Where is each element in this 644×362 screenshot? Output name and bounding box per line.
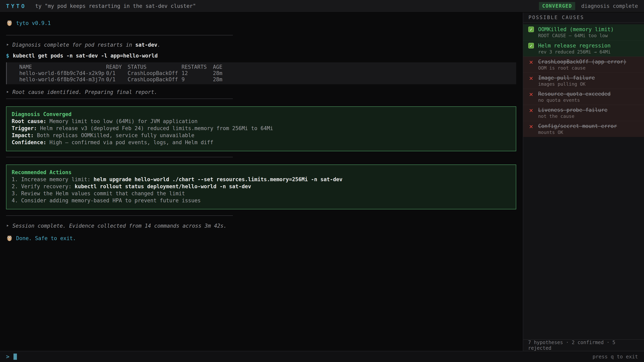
field-label: Confidence: (12, 139, 46, 145)
divider (6, 98, 233, 99)
hypothesis-item-rejected[interactable]: ✕ Config/secret mount errormounts OK (523, 121, 644, 137)
pod-table-row: hello-world-6f8b9c7d4-x2k9p 0/1 CrashLoo… (19, 70, 516, 76)
hypothesis-item-confirmed[interactable]: ✓ OOMKilled (memory limit)ROOT CAUSE — 6… (523, 24, 644, 40)
bullet-icon: ‣ (6, 42, 9, 48)
hypothesis-detail: OOM is root cause (538, 65, 626, 71)
field-value: High — confirmed via pod events, logs, a… (46, 139, 213, 145)
divider (6, 215, 233, 216)
hypothesis-label: Resource quota exceeded (538, 90, 610, 97)
owl-icon (6, 20, 13, 26)
col-ready: READY (106, 64, 128, 70)
diagnosis-field: Root cause: Memory limit too low (64Mi) … (12, 118, 510, 125)
pod-table-row: hello-world-6f8b9c7d4-m3j7n 0/1 CrashLoo… (19, 76, 516, 83)
session-note: ‣Session complete. Evidence collected fr… (6, 222, 516, 229)
invocation-command: ty "my pod keeps restarting in the sat-d… (35, 3, 196, 9)
input-bar[interactable]: > press q to exit (0, 351, 644, 362)
cross-icon: ✕ (528, 74, 534, 87)
pod-age: 28m (213, 70, 516, 76)
pod-ready: 0/1 (106, 76, 128, 83)
diagnosis-converged-box: Diagnosis Converged Root cause: Memory l… (6, 106, 516, 151)
hypothesis-detail: no quota events (538, 97, 610, 103)
bullet-icon: ‣ (6, 89, 9, 95)
converged-status-badge: CONVERGED (539, 2, 575, 10)
sidebar-spacer (523, 137, 644, 339)
field-label: Impact: (12, 132, 34, 138)
cross-icon: ✕ (528, 58, 534, 71)
diagnosis-box-title: Diagnosis Converged (12, 111, 510, 118)
col-name: NAME (19, 64, 106, 70)
cross-icon: ✕ (528, 90, 534, 103)
terminal-transcript: tyto v0.9.1 ‣Diagnosis complete for pod … (0, 12, 523, 351)
diagnosis-status-text: diagnosis complete (581, 3, 638, 9)
root-cause-note: ‣Root cause identified. Preparing final … (6, 89, 516, 95)
field-label: Root cause: (12, 118, 46, 124)
hypothesis-label: CrashLoopBackOff (app error) (538, 58, 626, 65)
version-text: tyto v0.9.1 (16, 20, 51, 26)
diagnosis-note-text: Diagnosis complete for pod restarts in (12, 42, 135, 48)
root-cause-note-text: Root cause identified. Preparing final r… (12, 89, 158, 95)
action-command: kubectl rollout status deployment/hello-… (75, 183, 251, 189)
hypothesis-detail: images pulling OK (538, 81, 595, 87)
diagnosis-field: Impact: Both replicas OOMKilled, service… (12, 132, 510, 139)
action-item: 4. Consider adding memory-based HPA to p… (12, 197, 510, 204)
hypothesis-item-rejected[interactable]: ✕ Liveness probe failurenot the cause (523, 105, 644, 121)
action-text: 1. Increase memory limit: (12, 176, 94, 182)
top-bar-status-group: CONVERGED diagnosis complete (539, 2, 638, 10)
top-bar: TYTO ty "my pod keeps restarting in the … (0, 0, 644, 12)
hypothesis-label: OOMKilled (memory limit) (538, 26, 614, 33)
pod-status: CrashLoopBackOff (128, 76, 182, 83)
field-value: Memory limit too low (64Mi) for JVM appl… (46, 118, 198, 124)
hypothesis-detail: not the cause (538, 113, 607, 119)
field-value: Both replicas OOMKilled, service fully u… (34, 132, 194, 138)
action-text: 4. Consider adding memory-based HPA to p… (12, 198, 201, 204)
col-restarts: RESTARTS (182, 64, 213, 70)
namespace-emphasis: sat-dev (135, 42, 158, 48)
possible-causes-panel: POSSIBLE CAUSES ✓ OOMKilled (memory limi… (523, 12, 644, 351)
pod-age: 28m (213, 76, 516, 83)
check-icon: ✓ (528, 26, 534, 39)
field-label: Trigger: (12, 125, 37, 131)
hypothesis-item-rejected[interactable]: ✕ CrashLoopBackOff (app error)OOM is roo… (523, 56, 644, 73)
col-status: STATUS (128, 64, 182, 70)
pod-table: NAME READY STATUS RESTARTS AGE hello-wor… (6, 62, 516, 84)
action-item: 2. Verify recovery: kubectl rollout stat… (12, 183, 510, 190)
recommended-actions-box: Recommended Actions 1. Increase memory l… (6, 164, 516, 209)
hypothesis-item-confirmed[interactable]: ✓ Helm release regressionrev 3 reduced 2… (523, 40, 644, 56)
divider (6, 157, 233, 157)
hypothesis-label: Config/secret mount error (538, 123, 617, 129)
session-note-text: Session complete. Evidence collected fro… (12, 223, 226, 229)
hypothesis-detail: mounts OK (538, 129, 617, 135)
kubectl-command: kubectl get pods -n sat-dev -l app=hello… (13, 53, 158, 59)
pod-restarts: 9 (182, 76, 213, 83)
diagnosis-note: ‣Diagnosis complete for pod restarts in … (6, 41, 516, 48)
exit-hint: press q to exit (592, 354, 638, 360)
text-cursor[interactable] (14, 354, 17, 360)
pod-table-header: NAME READY STATUS RESTARTS AGE (19, 64, 516, 70)
hypothesis-detail: ROOT CAUSE — 64Mi too low (538, 33, 614, 38)
pod-ready: 0/1 (106, 70, 128, 76)
version-line: tyto v0.9.1 (6, 20, 516, 26)
tyto-app-window: TYTO ty "my pod keeps restarting in the … (0, 0, 644, 362)
app-logo: TYTO (6, 3, 26, 9)
action-item: 1. Increase memory limit: helm upgrade h… (12, 176, 510, 183)
diagnosis-field: Confidence: High — confirmed via pod eve… (12, 139, 510, 146)
possible-causes-header: POSSIBLE CAUSES (523, 12, 644, 23)
col-age: AGE (213, 64, 516, 70)
action-text: 3. Review the Helm values commit that ch… (12, 190, 185, 196)
field-value: Helm release v3 (deployed Feb 24) reduce… (37, 125, 273, 131)
shell-command-line: $kubectl get pods -n sat-dev -l app=hell… (6, 52, 516, 59)
done-text: Done. Safe to exit. (16, 235, 76, 242)
action-item: 3. Review the Helm values commit that ch… (12, 190, 510, 197)
prompt-caret-icon: > (6, 353, 10, 360)
actions-box-title: Recommended Actions (12, 169, 510, 176)
hypothesis-label: Helm release regression (538, 42, 610, 49)
hypothesis-item-rejected[interactable]: ✕ Resource quota exceededno quota events (523, 89, 644, 105)
divider (6, 35, 233, 35)
hypothesis-list: ✓ OOMKilled (memory limit)ROOT CAUSE — 6… (523, 24, 644, 137)
action-text: 2. Verify recovery: (12, 183, 75, 189)
diagnosis-field: Trigger: Helm release v3 (deployed Feb 2… (12, 125, 510, 132)
hypothesis-item-rejected[interactable]: ✕ Image pull failureimages pulling OK (523, 73, 644, 89)
hypothesis-label: Liveness probe failure (538, 107, 607, 113)
pod-restarts: 12 (182, 70, 213, 76)
check-icon: ✓ (528, 42, 534, 55)
